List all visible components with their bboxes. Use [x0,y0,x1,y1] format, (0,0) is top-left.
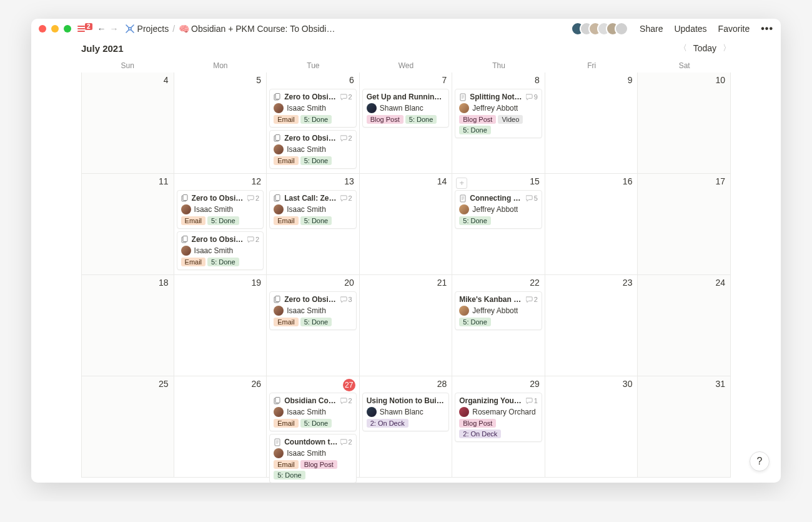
calendar-card[interactable]: Get Up and Running Wit…Shawn BlancBlog P… [362,89,450,128]
assignee-name: Isaac Smith [287,306,326,315]
nav-forward[interactable]: → [110,24,119,34]
tag: Email [274,156,299,165]
calendar-cell[interactable]: 7+Get Up and Running Wit…Shawn BlancBlog… [360,73,453,174]
cards-container: Zero to Obsidian…2Isaac SmithEmail5: Don… [269,89,357,169]
card-title: Splitting Notes i… [470,93,523,101]
calendar-card[interactable]: Last Call: Zero t…2Isaac SmithEmail5: Do… [269,190,357,229]
calendar-cell[interactable]: 21+ [360,275,453,376]
calendar-cell[interactable]: 11+ [81,174,174,275]
calendar-cell[interactable]: 16+ [545,174,638,275]
calendar-card[interactable]: Countdown to P…2Isaac SmithEmailBlog Pos… [269,434,357,483]
today-nav: 〈 Today 〉 [679,43,731,54]
calendar-grid: 4+5+6+Zero to Obsidian…2Isaac SmithEmail… [31,73,781,483]
assignee-row: Jeffrey Abbott [459,306,538,316]
card-title: Using Notion to Build O… [367,396,445,405]
calendar-card[interactable]: Using Notion to Build O…Shawn Blanc2: On… [362,393,450,431]
tags-row: Email5: Done [181,216,260,225]
task-notification-icon[interactable]: 2 [77,24,92,34]
day-header: Sat [638,59,731,73]
tag: 5: Done [300,216,332,225]
tag: Email [274,115,299,124]
assignee-avatar [274,103,284,113]
maximize-window[interactable] [64,25,71,33]
calendar-cell[interactable]: 29+Organizing Your Ob…1Rosemary OrchardB… [452,376,545,478]
calendar-cell[interactable]: 31+ [638,376,731,478]
calendar-cell[interactable]: 6+Zero to Obsidian…2Isaac SmithEmail5: D… [267,73,360,174]
calendar-cell[interactable]: 13+Last Call: Zero t…2Isaac SmithEmail5:… [267,174,360,275]
share-button[interactable]: Share [640,24,663,34]
calendar-cell[interactable]: 25+ [81,376,174,478]
prev-month[interactable]: 〈 [679,43,687,54]
calendar-card[interactable]: Obsidian Course…2Isaac SmithEmail5: Done [269,393,357,431]
nav-back[interactable]: ← [97,24,106,34]
calendar-cell[interactable]: 30+ [545,376,638,478]
calendar-cell[interactable]: 9+ [545,73,638,174]
assignee-name: Jeffrey Abbott [472,306,518,315]
calendar-cell[interactable]: 8+Splitting Notes i…9Jeffrey AbbottBlog … [452,73,545,174]
tags-row: Blog Post5: Done [367,115,445,124]
comment-count: 2 [340,194,352,202]
svg-rect-2 [77,31,85,32]
assignee-row: Isaac Smith [274,103,352,113]
calendar-cell[interactable]: 28+Using Notion to Build O…Shawn Blanc2:… [360,376,453,478]
calendar-card[interactable]: Zero to Obsidian…2Isaac SmithEmail5: Don… [269,130,357,169]
svg-rect-23 [275,296,280,301]
comment-count: 3 [340,296,352,303]
calendar-cell[interactable]: 23+ [545,275,638,376]
calendar-cell[interactable]: 18+ [81,275,174,376]
collaborator-avatar[interactable] [615,22,628,36]
calendar-card[interactable]: Zero to Obsidian…2Isaac SmithEmail5: Don… [177,231,264,270]
tags-row: Blog Post2: On Deck [459,419,538,438]
breadcrumb-page[interactable]: 🧠 Obsidian + PKM Course: To Obsidi… [179,24,335,34]
calendar-cell[interactable]: 15+Connecting Notes5Jeffrey Abbott5: Don… [452,174,545,275]
help-button[interactable]: ? [750,451,770,471]
calendar-cell[interactable]: 27+Obsidian Course…2Isaac SmithEmail5: D… [267,376,360,478]
calendar-cell[interactable]: 22+Mike's Kanban Writ…2Jeffrey Abbott5: … [452,275,545,376]
card-title-row: Zero to Obsidian…3 [274,295,352,304]
breadcrumb-root[interactable]: Projects [125,24,169,34]
updates-button[interactable]: Updates [674,24,706,34]
calendar-cell[interactable]: 26+ [174,376,267,478]
date-number: 15 [530,176,540,186]
minimize-window[interactable] [51,25,59,33]
tag: 5: Done [300,419,332,428]
next-month[interactable]: 〉 [723,43,731,54]
calendar-cell[interactable]: 4+ [81,73,174,174]
pages-icon [274,296,282,304]
date-number: 30 [623,379,633,389]
calendar-cell[interactable]: 10+ [638,73,731,174]
date-number: 4 [164,75,169,85]
tag: 5: Done [300,156,332,165]
comment-count: 2 [340,134,352,142]
calendar-card[interactable]: Zero to Obsidian…2Isaac SmithEmail5: Don… [177,190,264,229]
calendar-cell[interactable]: 12+Zero to Obsidian…2Isaac SmithEmail5: … [174,174,267,275]
calendar-cell[interactable]: 19+ [174,275,267,376]
comment-count: 2 [526,296,538,303]
tag: Blog Post [459,419,496,428]
today-button[interactable]: Today [693,43,716,53]
calendar-card[interactable]: Organizing Your Ob…1Rosemary OrchardBlog… [455,393,542,442]
calendar-card[interactable]: Zero to Obsidian…2Isaac SmithEmail5: Don… [269,89,357,128]
pages-icon [181,194,189,203]
calendar-card[interactable]: Connecting Notes5Jeffrey Abbott5: Done [455,190,542,229]
calendar-card[interactable]: Splitting Notes i…9Jeffrey AbbottBlog Po… [455,89,542,138]
assignee-row: Isaac Smith [274,204,352,214]
calendar-cell[interactable]: 14+ [360,174,453,275]
add-card-button[interactable]: + [456,178,467,189]
comment-count: 2 [340,93,352,101]
calendar-cell[interactable]: 24+ [638,275,731,376]
close-window[interactable] [39,25,46,33]
calendar-card[interactable]: Mike's Kanban Writ…2Jeffrey Abbott5: Don… [455,291,542,330]
assignee-name: Shawn Blanc [380,408,423,416]
calendar-cell[interactable]: 17+ [638,174,731,275]
tag: 5: Done [300,115,332,124]
card-title: Zero to Obsidian… [284,134,337,143]
favorite-button[interactable]: Favorite [718,24,750,34]
day-header: Fri [545,59,638,73]
more-menu-icon[interactable]: ••• [761,23,773,34]
calendar-cell[interactable]: 5+ [174,73,267,174]
calendar-cell[interactable]: 20+Zero to Obsidian…3Isaac SmithEmail5: … [267,275,360,376]
collaborator-avatars[interactable] [571,22,628,36]
card-title-row: Zero to Obsidian…2 [274,134,352,143]
calendar-card[interactable]: Zero to Obsidian…3Isaac SmithEmail5: Don… [269,291,357,330]
